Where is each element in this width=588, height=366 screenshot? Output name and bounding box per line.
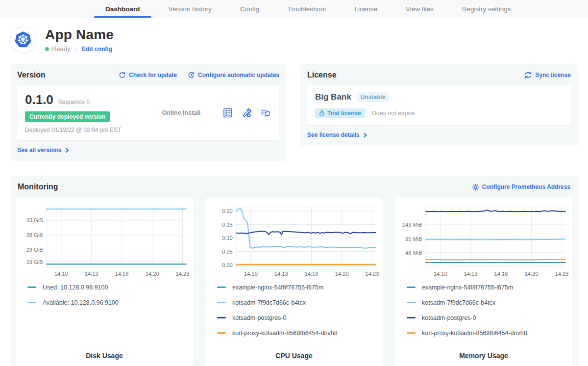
legend-swatch bbox=[407, 287, 416, 288]
tab-registry-settings[interactable]: Registry settings bbox=[448, 0, 525, 18]
svg-text:33 GiB: 33 GiB bbox=[26, 217, 43, 223]
legend-item: Used: 10.128.0.96:9100 bbox=[27, 284, 189, 291]
tab-dashboard[interactable]: Dashboard bbox=[91, 0, 154, 18]
sync-icon bbox=[524, 72, 532, 78]
license-card-title: License bbox=[307, 71, 337, 79]
tab-license[interactable]: License bbox=[340, 0, 392, 18]
memory-usage-legend: example-nginx-54f8f76755-l675mkotsadm-7f… bbox=[407, 284, 568, 345]
deployed-timestamp: Deployed 01/19/22 @ 02:04 pm EST bbox=[25, 127, 140, 133]
svg-text:14:20: 14:20 bbox=[525, 271, 539, 277]
version-card-title: Version bbox=[17, 71, 46, 79]
preflight-checks-icon[interactable] bbox=[222, 107, 233, 118]
install-type-label: Online Install bbox=[140, 109, 222, 116]
configure-automatic-updates-button[interactable]: Configure automatic updates bbox=[188, 72, 279, 79]
svg-text:14:10: 14:10 bbox=[434, 271, 447, 277]
svg-text:0.10: 0.10 bbox=[222, 235, 233, 241]
see-license-details-link[interactable]: See license details bbox=[307, 131, 571, 138]
memory-usage-chart-card: 48 MiB95 MiB143 MiB14:1014:1314:1614:201… bbox=[395, 197, 572, 366]
svg-text:14:23: 14:23 bbox=[175, 271, 189, 277]
expiry-text: Does not expire bbox=[372, 110, 415, 117]
legend-swatch bbox=[217, 317, 226, 318]
app-header: App Name Ready | Edit config bbox=[10, 26, 578, 53]
gear-icon bbox=[472, 183, 479, 191]
customer-name: Big Bank bbox=[315, 92, 351, 102]
svg-text:14:16: 14:16 bbox=[115, 271, 129, 277]
trial-license-badge: Trial license bbox=[315, 108, 365, 118]
configure-prometheus-button[interactable]: Configure Prometheus Address bbox=[472, 183, 570, 191]
license-summary-row: Big Bank Unstable Trial license Does not… bbox=[307, 85, 571, 125]
legend-item: kurl-proxy-kotsadm-8569fb6454-dnvh8 bbox=[217, 330, 379, 337]
svg-text:14:13: 14:13 bbox=[274, 271, 288, 277]
current-version-row: 0.1.0 Sequence 0 Currently deployed vers… bbox=[17, 85, 279, 140]
sync-license-button[interactable]: Sync license bbox=[524, 72, 571, 78]
legend-label: Used: 10.128.0.96:9100 bbox=[43, 284, 108, 291]
legend-label: kotsadm-postgres-0 bbox=[232, 314, 286, 321]
monitoring-section: Monitoring Configure Prometheus Address … bbox=[10, 176, 578, 366]
tab-version-history[interactable]: Version history bbox=[154, 0, 226, 18]
legend-label: example-nginx-54f8f76755-l675m bbox=[422, 284, 513, 291]
svg-text:14:23: 14:23 bbox=[365, 271, 379, 277]
tab-config[interactable]: Config bbox=[226, 0, 273, 18]
svg-text:14:16: 14:16 bbox=[494, 271, 508, 277]
cpu-usage-chart-card: 0.000.050.100.150.2014:1014:1314:1614:20… bbox=[205, 197, 383, 366]
license-card: License Sync license Big Bank Unstable bbox=[300, 64, 578, 146]
chevron-right-icon bbox=[64, 148, 69, 153]
chevron-right-icon bbox=[362, 132, 367, 137]
check-for-update-button[interactable]: Check for update bbox=[119, 72, 177, 79]
svg-text:14:20: 14:20 bbox=[335, 271, 349, 277]
legend-item: example-nginx-54f8f76755-l675m bbox=[407, 284, 568, 291]
ready-status-dot bbox=[45, 47, 49, 51]
legend-swatch bbox=[217, 287, 226, 288]
tab-troubleshoot[interactable]: Troubleshoot bbox=[273, 0, 340, 18]
version-number: 0.1.0 bbox=[25, 92, 53, 107]
legend-item: kotsadm-postgres-0 bbox=[407, 314, 568, 321]
svg-text:14:23: 14:23 bbox=[555, 271, 568, 277]
chart-title: Memory Usage bbox=[399, 345, 568, 366]
disk-usage-chart-card: 19 GiB23 GiB28 GiB33 GiB14:1014:1314:161… bbox=[16, 197, 193, 366]
svg-text:14:16: 14:16 bbox=[305, 271, 318, 277]
svg-text:14:13: 14:13 bbox=[464, 271, 478, 277]
legend-item: kurl-proxy-kotsadm-8569fb6454-dnvh8 bbox=[407, 330, 568, 337]
chart-title: Disk Usage bbox=[20, 345, 189, 366]
svg-text:23 GiB: 23 GiB bbox=[26, 247, 43, 253]
svg-text:14:10: 14:10 bbox=[54, 271, 68, 277]
memory-usage-chart: 48 MiB95 MiB143 MiB14:1014:1314:1614:201… bbox=[399, 202, 568, 279]
legend-label: kotsadm-postgres-0 bbox=[422, 314, 476, 321]
svg-text:14:13: 14:13 bbox=[85, 271, 98, 277]
top-nav: Dashboard Version history Config Trouble… bbox=[0, 0, 588, 18]
legend-swatch bbox=[217, 332, 226, 334]
legend-swatch bbox=[407, 302, 416, 303]
legend-swatch bbox=[27, 302, 36, 303]
edit-config-icon[interactable] bbox=[241, 107, 252, 118]
svg-text:0.20: 0.20 bbox=[222, 208, 233, 214]
legend-swatch bbox=[27, 287, 36, 288]
svg-text:14:20: 14:20 bbox=[146, 271, 159, 277]
tab-view-files[interactable]: View files bbox=[392, 0, 448, 18]
svg-text:48 MiB: 48 MiB bbox=[405, 250, 422, 256]
svg-text:28 GiB: 28 GiB bbox=[26, 232, 43, 238]
legend-item: Available: 10.128.0.96:9100 bbox=[27, 299, 189, 306]
see-all-versions-link[interactable]: See all versions bbox=[17, 147, 279, 154]
version-card: Version Check for update bbox=[10, 64, 287, 161]
cpu-usage-chart: 0.000.050.100.150.2014:1014:1314:1614:20… bbox=[209, 202, 379, 279]
legend-label: kurl-proxy-kotsadm-8569fb6454-dnvh8 bbox=[422, 330, 527, 337]
legend-label: kotsadm-7f9dc7d66c-b4tcx bbox=[422, 299, 495, 306]
edit-config-link[interactable]: Edit config bbox=[82, 46, 112, 52]
legend-item: kotsadm-7f9dc7d66c-b4tcx bbox=[217, 299, 379, 306]
svg-text:0.05: 0.05 bbox=[222, 249, 233, 255]
deployed-badge: Currently deployed version bbox=[25, 111, 110, 122]
disk-usage-legend: Used: 10.128.0.96:9100Available: 10.128.… bbox=[27, 284, 189, 314]
svg-text:143 MiB: 143 MiB bbox=[402, 222, 422, 228]
legend-label: example-nginx-54f8f76755-l675m bbox=[232, 284, 323, 291]
disk-usage-chart: 19 GiB23 GiB28 GiB33 GiB14:1014:1314:161… bbox=[20, 202, 189, 279]
legend-label: kotsadm-7f9dc7d66c-b4tcx bbox=[232, 299, 306, 306]
stopwatch-icon bbox=[319, 110, 325, 117]
svg-text:14:10: 14:10 bbox=[244, 271, 258, 277]
status-text: Ready bbox=[52, 45, 71, 52]
channel-badge: Unstable bbox=[357, 92, 389, 102]
refresh-icon bbox=[119, 72, 126, 79]
legend-swatch bbox=[407, 317, 416, 318]
deploy-logs-icon[interactable] bbox=[260, 107, 271, 118]
legend-swatch bbox=[407, 332, 416, 334]
legend-swatch bbox=[217, 302, 226, 303]
